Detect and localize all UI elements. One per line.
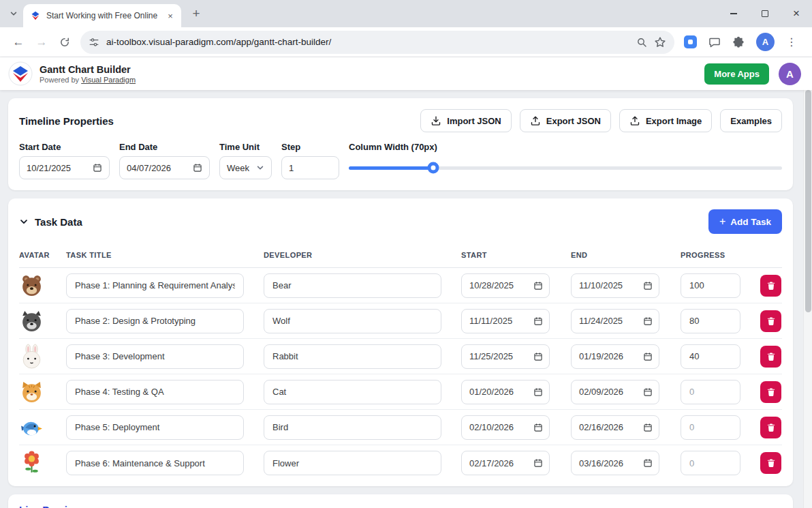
slider-fill	[349, 166, 433, 170]
extensions-puzzle-icon[interactable]	[732, 36, 745, 48]
time-unit-select[interactable]: Week	[219, 156, 272, 179]
start-date-field: Start Date 10/21/2025	[19, 142, 110, 179]
task-data-title: Task Data	[35, 216, 82, 228]
visual-paradigm-link[interactable]: Visual Paradigm	[81, 76, 136, 84]
chat-icon[interactable]	[708, 36, 721, 48]
row-start-date-input[interactable]: 11/11/2025	[461, 309, 550, 333]
col-developer: DEVELOPER	[264, 251, 461, 259]
developer-input[interactable]	[264, 380, 441, 404]
row-start-date-input[interactable]: 02/10/2026	[461, 415, 550, 440]
add-task-button[interactable]: +Add Task	[708, 209, 782, 234]
collapse-chevron-icon[interactable]	[19, 217, 29, 226]
task-title-input[interactable]	[66, 344, 244, 369]
developer-input[interactable]	[264, 344, 441, 369]
step-label: Step	[281, 142, 339, 152]
export-image-button[interactable]: Export Image	[619, 109, 712, 132]
rabbit-avatar	[19, 344, 66, 369]
task-title-input[interactable]	[66, 451, 244, 475]
end-date-label: End Date	[119, 142, 210, 152]
delete-task-button[interactable]	[760, 275, 781, 297]
row-end-date-value: 03/16/2026	[579, 458, 623, 468]
progress-input[interactable]	[681, 380, 740, 404]
tab-search-chevron-icon[interactable]	[4, 4, 23, 23]
browser-tab[interactable]: Start Working with Free Online ×	[23, 4, 181, 27]
site-info-icon[interactable]	[89, 37, 99, 48]
back-icon[interactable]: ←	[7, 31, 30, 54]
window-close-button[interactable]: ×	[781, 0, 812, 27]
slider-thumb[interactable]	[428, 162, 439, 174]
task-title-input[interactable]	[66, 380, 244, 404]
export-json-label: Export JSON	[546, 116, 601, 126]
column-width-slider[interactable]	[349, 156, 782, 179]
col-progress: PROGRESS	[681, 251, 760, 259]
zoom-icon[interactable]	[636, 37, 647, 48]
examples-button[interactable]: Examples	[720, 109, 782, 132]
browser-menu-icon[interactable]: ⋮	[786, 35, 797, 48]
row-end-date-input[interactable]: 11/24/2025	[571, 309, 659, 333]
progress-input[interactable]	[681, 309, 740, 333]
row-end-date-value: 11/24/2025	[579, 316, 623, 326]
browser-toolbar: ← → ai-toolbox.visual-paradigm.com/app/g…	[0, 27, 812, 57]
developer-input[interactable]	[264, 273, 441, 298]
progress-input[interactable]	[681, 344, 740, 369]
progress-input[interactable]	[681, 415, 740, 440]
row-start-date-input[interactable]: 10/28/2025	[461, 273, 550, 298]
row-start-date-input[interactable]: 02/17/2026	[461, 451, 550, 475]
page-scrollbar[interactable]	[803, 57, 812, 508]
row-end-date-input[interactable]: 02/09/2026	[571, 380, 659, 404]
wolf-avatar	[19, 308, 66, 333]
bookmark-star-icon[interactable]	[654, 36, 666, 48]
add-task-label: Add Task	[730, 217, 771, 227]
row-start-date-input[interactable]: 11/25/2025	[461, 344, 550, 369]
table-header-row: AVATAR TASK TITLE DEVELOPER START END PR…	[19, 242, 782, 268]
delete-task-button[interactable]	[760, 417, 781, 438]
end-date-input[interactable]: 04/07/2026	[119, 156, 210, 179]
task-title-input[interactable]	[66, 273, 244, 298]
delete-task-button[interactable]	[760, 381, 781, 403]
step-input[interactable]	[281, 156, 339, 179]
task-row: 10/28/2025 11/10/2025	[19, 268, 782, 303]
row-end-date-input[interactable]: 11/10/2025	[571, 273, 659, 298]
tab-title: Start Working with Free Online	[46, 11, 159, 20]
start-date-label: Start Date	[19, 142, 110, 152]
address-bar[interactable]: ai-toolbox.visual-paradigm.com/app/gantt…	[80, 31, 674, 54]
row-end-date-input[interactable]: 03/16/2026	[571, 451, 659, 475]
reload-icon[interactable]	[53, 31, 76, 54]
forward-icon[interactable]: →	[30, 31, 53, 54]
user-avatar[interactable]: A	[779, 63, 801, 85]
new-tab-button[interactable]: +	[187, 4, 206, 23]
developer-input[interactable]	[264, 415, 441, 440]
maximize-button[interactable]	[749, 0, 781, 27]
export-json-button[interactable]: Export JSON	[520, 109, 611, 132]
browser-extension-icon[interactable]	[684, 35, 697, 48]
developer-input[interactable]	[264, 309, 441, 333]
delete-task-button[interactable]	[760, 452, 781, 474]
delete-task-button[interactable]	[760, 346, 781, 368]
row-end-date-input[interactable]: 02/16/2026	[571, 415, 659, 440]
row-end-date-value: 02/16/2026	[579, 422, 623, 432]
scrollbar-thumb[interactable]	[805, 90, 811, 312]
progress-input[interactable]	[681, 273, 740, 298]
task-row: 11/11/2025 11/24/2025	[19, 303, 782, 339]
row-start-date-input[interactable]: 01/20/2026	[461, 380, 550, 404]
task-title-input[interactable]	[66, 309, 244, 333]
start-date-input[interactable]: 10/21/2025	[19, 156, 110, 179]
delete-task-button[interactable]	[760, 310, 781, 332]
app-logo	[8, 61, 33, 86]
col-task-title: TASK TITLE	[66, 251, 264, 259]
progress-input[interactable]	[681, 451, 740, 475]
page-content: Timeline Properties Import JSON Export J…	[0, 90, 812, 508]
tab-close-icon[interactable]: ×	[165, 10, 176, 21]
more-apps-button[interactable]: More Apps	[704, 63, 769, 85]
profile-avatar[interactable]: A	[756, 33, 775, 51]
task-title-input[interactable]	[66, 415, 244, 440]
col-avatar: AVATAR	[19, 251, 66, 259]
minimize-button[interactable]	[718, 0, 749, 27]
slider-track[interactable]	[349, 166, 782, 170]
row-end-date-input[interactable]: 01/19/2026	[571, 344, 659, 369]
window-controls: ×	[718, 0, 812, 27]
developer-input[interactable]	[264, 451, 441, 475]
step-field: Step	[281, 142, 339, 179]
import-json-button[interactable]: Import JSON	[420, 109, 511, 132]
row-end-date-value: 01/19/2026	[579, 351, 623, 361]
